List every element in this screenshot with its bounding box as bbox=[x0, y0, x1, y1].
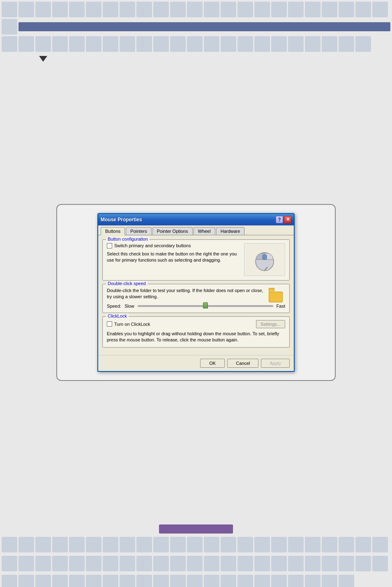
primary-secondary-checkbox-row: Switch primary and secondary buttons bbox=[107, 243, 241, 248]
tile bbox=[136, 36, 152, 52]
clicklock-checkbox[interactable] bbox=[107, 321, 112, 327]
tile bbox=[271, 556, 287, 571]
tile bbox=[103, 556, 118, 571]
tile bbox=[18, 537, 34, 552]
mouse-properties-dialog: Mouse Properties ? ✕ Buttons Pointers Po… bbox=[97, 213, 295, 372]
clicklock-group-label: ClickLock bbox=[106, 313, 129, 318]
tile bbox=[187, 575, 203, 587]
ok-button[interactable]: OK bbox=[200, 359, 225, 368]
bottom-purple-bar bbox=[159, 524, 233, 534]
mouse-icon bbox=[250, 247, 279, 272]
apply-button[interactable]: Apply bbox=[261, 359, 290, 368]
svg-rect-2 bbox=[263, 255, 267, 260]
tile bbox=[136, 2, 152, 17]
tile bbox=[153, 537, 169, 552]
tile bbox=[120, 575, 135, 587]
tile bbox=[86, 537, 101, 552]
tile bbox=[355, 556, 371, 571]
tile bbox=[238, 36, 253, 52]
close-button[interactable]: ✕ bbox=[284, 216, 291, 223]
tile bbox=[254, 575, 270, 587]
tile bbox=[52, 537, 68, 552]
tile bbox=[18, 36, 34, 52]
dialog-body: Button configuration bbox=[98, 235, 294, 355]
cancel-button[interactable]: Cancel bbox=[227, 359, 258, 368]
tile bbox=[355, 537, 371, 552]
tile bbox=[86, 575, 101, 587]
tile bbox=[52, 556, 68, 571]
tile bbox=[35, 556, 51, 571]
speed-row: Speed: Slow Fast bbox=[107, 304, 285, 309]
tab-wheel[interactable]: Wheel bbox=[194, 227, 215, 235]
tile bbox=[372, 2, 388, 17]
tile bbox=[2, 575, 17, 587]
tile-row-1 bbox=[0, 0, 392, 19]
tile bbox=[153, 556, 169, 571]
tile bbox=[204, 36, 219, 52]
tile bbox=[288, 2, 304, 17]
dialog-titlebar: Mouse Properties ? ✕ bbox=[98, 214, 294, 225]
tile bbox=[52, 575, 68, 587]
folder-test-area[interactable] bbox=[269, 288, 285, 302]
tile bbox=[2, 19, 17, 35]
tile bbox=[305, 2, 321, 17]
tile bbox=[221, 575, 236, 587]
tile bbox=[18, 575, 34, 587]
tile bbox=[103, 537, 118, 552]
tile bbox=[221, 36, 236, 52]
tile bbox=[103, 36, 118, 52]
tile bbox=[153, 2, 169, 17]
tile bbox=[339, 36, 354, 52]
slider-thumb[interactable] bbox=[203, 302, 208, 309]
tile bbox=[204, 2, 219, 17]
dialog-container: Mouse Properties ? ✕ Buttons Pointers Po… bbox=[56, 204, 336, 381]
tile bbox=[271, 537, 287, 552]
tile bbox=[18, 556, 34, 571]
tile bbox=[238, 556, 253, 571]
folder-body bbox=[269, 292, 283, 302]
tile bbox=[2, 556, 17, 571]
tile bbox=[120, 537, 135, 552]
top-grid-area bbox=[0, 0, 392, 64]
folder-tab bbox=[269, 288, 274, 291]
tile bbox=[103, 2, 118, 17]
tile bbox=[69, 556, 85, 571]
double-click-label: Double-click speed bbox=[106, 281, 148, 286]
fast-label: Fast bbox=[277, 304, 285, 309]
tile bbox=[271, 575, 287, 587]
tile bbox=[305, 575, 321, 587]
help-button[interactable]: ? bbox=[276, 216, 283, 223]
clicklock-group: ClickLock Turn on ClickLock Settings... … bbox=[102, 316, 290, 348]
dialog-footer: OK Cancel Apply bbox=[98, 355, 294, 371]
tile bbox=[271, 2, 287, 17]
arrow-down-icon bbox=[39, 56, 47, 62]
tile bbox=[86, 36, 101, 52]
button-config-content: Switch primary and secondary buttons Sel… bbox=[107, 243, 285, 276]
switch-buttons-checkbox[interactable] bbox=[107, 243, 112, 248]
tab-pointers[interactable]: Pointers bbox=[126, 227, 151, 235]
tile bbox=[254, 556, 270, 571]
tile bbox=[136, 537, 152, 552]
tile bbox=[305, 36, 321, 52]
tab-pointer-options[interactable]: Pointer Options bbox=[152, 227, 193, 235]
tile bbox=[153, 575, 169, 587]
tile bbox=[355, 36, 371, 52]
tile bbox=[355, 2, 371, 17]
tile bbox=[18, 2, 34, 17]
speed-slider[interactable] bbox=[138, 305, 273, 307]
title-buttons: ? ✕ bbox=[276, 216, 291, 223]
tab-hardware[interactable]: Hardware bbox=[216, 227, 245, 235]
tile bbox=[305, 537, 321, 552]
tile bbox=[322, 537, 337, 552]
tile bbox=[52, 2, 68, 17]
tile bbox=[2, 537, 17, 552]
tile bbox=[339, 556, 354, 571]
tab-buttons[interactable]: Buttons bbox=[101, 227, 125, 235]
tile bbox=[238, 537, 253, 552]
tile bbox=[69, 2, 85, 17]
settings-button[interactable]: Settings... bbox=[256, 320, 285, 328]
tile bbox=[372, 537, 388, 552]
tile bbox=[221, 537, 236, 552]
tile bbox=[187, 36, 203, 52]
tile bbox=[170, 36, 186, 52]
